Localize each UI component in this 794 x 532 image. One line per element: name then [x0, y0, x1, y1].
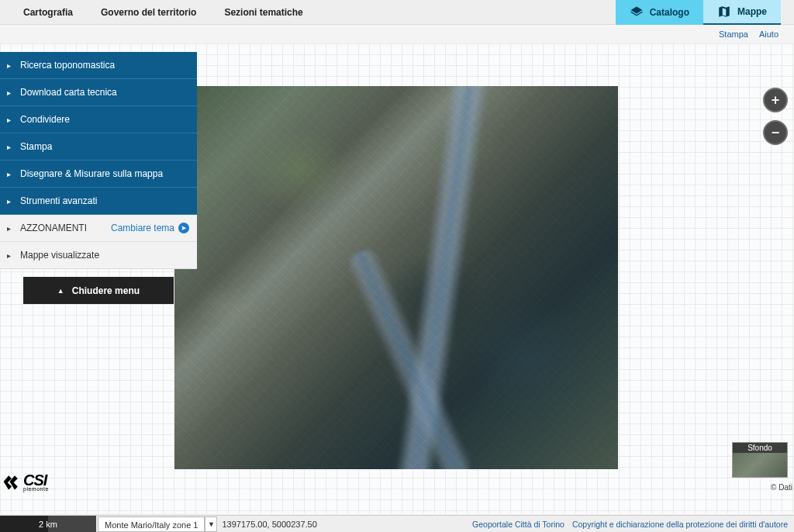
- zoom-out-button[interactable]: −: [763, 120, 788, 145]
- top-navbar: Cartografia Governo del territorio Sezio…: [0, 0, 794, 25]
- tab-mappe-label: Mappe: [737, 6, 767, 17]
- side-menu: Ricerca toponomastica Download carta tec…: [0, 52, 197, 304]
- plus-icon: +: [772, 93, 780, 107]
- data-attribution: © Dati: [771, 483, 792, 492]
- csi-logo-sub: piemonte: [23, 486, 49, 492]
- menu-azzonamenti[interactable]: AZZONAMENTI Cambiare tema ➤: [0, 215, 197, 242]
- map-canvas[interactable]: Ricerca toponomastica Download carta tec…: [0, 43, 794, 513]
- overview-map[interactable]: Sfondo: [732, 442, 788, 478]
- link-stampa[interactable]: Stampa: [719, 29, 748, 39]
- link-geoportale[interactable]: Geoportale Città di Torino: [472, 520, 564, 529]
- close-menu-button[interactable]: ▲ Chiudere menu: [23, 277, 174, 304]
- projection-display: Monte Mario/Italy zone 1: [98, 516, 205, 532]
- zoom-controls: + −: [763, 88, 788, 145]
- footer-links: Geoportale Città di Torino Copyright e d…: [472, 520, 788, 529]
- coordinates-display: 1397175.00, 5000237.50: [222, 520, 316, 529]
- sublinks-row: Stampa Aiuto: [0, 25, 794, 43]
- nav-sezioni[interactable]: Sezioni tematiche: [224, 7, 302, 18]
- overview-label: Sfondo: [733, 443, 787, 453]
- projection-dropdown[interactable]: ▼: [205, 516, 217, 532]
- status-bar: 2 km Monte Mario/Italy zone 1 ▼ 1397175.…: [0, 515, 794, 532]
- menu-strumenti-avanzati[interactable]: Strumenti avanzati: [0, 188, 197, 215]
- tab-mappe[interactable]: Mappe: [703, 0, 781, 25]
- change-theme-link[interactable]: Cambiare tema ➤: [111, 223, 189, 233]
- csi-logo-icon: [2, 472, 22, 492]
- river-feature: [392, 86, 491, 469]
- triangle-up-icon: ▲: [57, 287, 64, 295]
- menu-disegnare-misurare[interactable]: Disegnare & Misurare sulla mappa: [0, 161, 197, 188]
- change-theme-label: Cambiare tema: [111, 223, 174, 233]
- menu-condividere[interactable]: Condividere: [0, 106, 197, 133]
- nav-left: Cartografia Governo del territorio Sezio…: [23, 7, 303, 18]
- tab-catalogo-label: Catalogo: [650, 7, 689, 18]
- menu-mappe-visualizzate[interactable]: Mappe visualizzate: [0, 242, 197, 269]
- arrow-right-circle-icon: ➤: [178, 223, 189, 233]
- menu-download-carta[interactable]: Download carta tecnica: [0, 79, 197, 106]
- menu-azzonamenti-label: AZZONAMENTI: [20, 223, 87, 233]
- menu-ricerca-toponomastica[interactable]: Ricerca toponomastica: [0, 52, 197, 79]
- minus-icon: −: [772, 126, 780, 140]
- scale-indicator: 2 km: [0, 516, 96, 533]
- tab-catalogo[interactable]: Catalogo: [616, 0, 703, 25]
- river-feature-2: [343, 244, 476, 469]
- close-menu-label: Chiudere menu: [72, 285, 140, 296]
- link-copyright[interactable]: Copyright e dichiarazione della protezio…: [572, 520, 788, 529]
- map-icon: [717, 5, 731, 19]
- nav-right-tabs: Catalogo Mappe: [616, 0, 781, 25]
- zoom-in-button[interactable]: +: [763, 88, 788, 112]
- orthophoto-layer: [174, 86, 618, 469]
- nav-governo[interactable]: Governo del territorio: [101, 7, 196, 18]
- link-aiuto[interactable]: Aiuto: [759, 29, 778, 39]
- nav-cartografia[interactable]: Cartografia: [23, 7, 73, 18]
- layers-icon: [630, 5, 644, 19]
- csi-logo: CSI piemonte: [2, 472, 49, 492]
- menu-stampa[interactable]: Stampa: [0, 133, 197, 161]
